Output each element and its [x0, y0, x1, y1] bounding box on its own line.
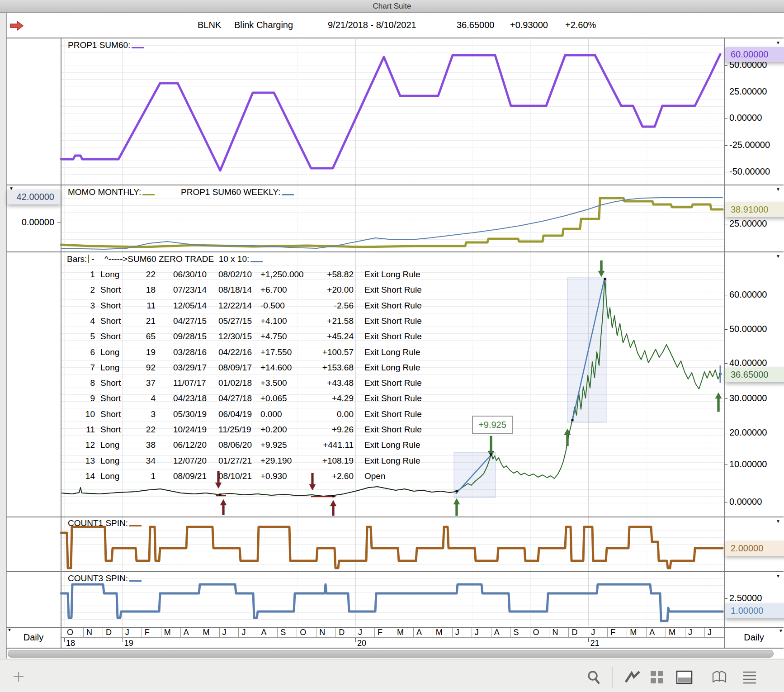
trade-row: 10Short305/30/1906/04/190.0000.00Exit Sh… — [68, 409, 543, 425]
trade-pct: +153.68 — [312, 363, 354, 373]
list-icon[interactable] — [741, 670, 758, 685]
trade-side: Short — [100, 301, 121, 311]
last-value-badge-price: 36.65000 — [725, 367, 784, 382]
add-icon[interactable] — [12, 670, 25, 683]
weekly-param-field[interactable] — [282, 194, 294, 195]
scale-dropdown-prop1[interactable]: ▼ — [776, 41, 780, 45]
trade-points: -0.500 — [260, 301, 285, 311]
axis-label: -50.00000 — [729, 166, 770, 177]
panel-layout-icon[interactable] — [675, 669, 694, 686]
horizontal-scrollbar-thumb[interactable] — [8, 650, 774, 658]
trade-side: Long — [100, 270, 119, 280]
month-cell: J — [685, 628, 705, 638]
trade-num: 6 — [68, 347, 95, 357]
trade-bars: 1 — [135, 471, 156, 481]
trade-pct: +21.58 — [312, 316, 354, 326]
axis-label: 25.00000 — [729, 218, 767, 229]
trade-points: +9.925 — [260, 440, 287, 450]
month-cell: J — [355, 628, 375, 638]
panel-prop1-plot — [61, 39, 724, 184]
trade-row: 9Short404/23/1804/27/18+0.065+4.29Exit S… — [68, 393, 543, 409]
year-label: 19 — [124, 639, 133, 648]
trade-entry: 12/07/20 — [173, 456, 207, 466]
chart-suite-app: Chart Suite BLNK Blink Charging 9/21/201… — [0, 0, 784, 692]
trade-pct: +58.82 — [312, 270, 354, 280]
trade-points: +1,250.000 — [260, 270, 304, 280]
month-cell: S — [278, 628, 297, 638]
month-cell: N — [549, 628, 569, 638]
count1-param-field[interactable] — [129, 525, 142, 526]
month-cell: J — [220, 628, 239, 638]
trade-rule: Exit Long Rule — [364, 270, 420, 280]
year-tick — [64, 638, 65, 642]
month-cell: N — [316, 628, 336, 638]
panel-momo-label: MOMO MONTHLY: — [68, 187, 155, 197]
trade-entry: 09/28/15 — [173, 332, 207, 341]
month-cell: N — [84, 628, 103, 638]
trade-entry: 08/09/21 — [173, 471, 207, 481]
scale-dropdown-momo[interactable]: ▼ — [776, 187, 780, 192]
window-title: Chart Suite — [373, 2, 411, 11]
trade-row: 8Short3711/07/1701/02/18+3.500+43.48Exit… — [68, 378, 543, 393]
scale-dropdown-count1[interactable]: ▼ — [776, 519, 780, 524]
trade-rule: Exit Short Rule — [364, 285, 422, 295]
axis-label: 2.50000 — [729, 593, 762, 603]
trade-exit: 08/06/20 — [218, 440, 252, 450]
trade-param-field[interactable] — [250, 261, 263, 262]
panel-bars-label: Bars:-^----->SUM60 ZERO TRADE 10 x 10: — [67, 254, 263, 264]
trade-bars: 18 — [135, 285, 156, 295]
chart-line-icon[interactable] — [624, 669, 642, 686]
grid-view-icon[interactable] — [649, 669, 666, 686]
scale-dropdown-momo-left[interactable]: ▼ — [9, 186, 14, 191]
scale-dropdown-count3[interactable]: ▼ — [776, 574, 780, 578]
trade-row: 1Long2206/30/1008/02/10+1,250.000+58.82E… — [68, 270, 543, 285]
gridline-vertical — [588, 39, 589, 626]
trade-pct: +100.57 — [312, 347, 354, 357]
month-cell: O — [530, 628, 550, 638]
axis-label: 60.00000 — [729, 289, 767, 300]
period-selector-left[interactable]: Daily — [6, 628, 61, 647]
month-cell: A — [414, 628, 433, 638]
trade-exit: 12/30/15 — [218, 332, 252, 341]
header-company: Blink Charging — [234, 20, 293, 33]
trade-row: 11Short2210/24/1911/25/19+0.200+9.26Exit… — [68, 425, 543, 440]
trade-row: 5Short6509/28/1512/30/15+4.750+45.24Exit… — [68, 332, 543, 347]
window-titlebar[interactable]: Chart Suite — [0, 0, 784, 13]
trade-num: 11 — [68, 425, 95, 435]
axis-label: 30.00000 — [729, 393, 767, 403]
trade-row: 3Short1112/05/1412/22/14-0.500-2.56Exit … — [68, 301, 543, 316]
trade-num: 14 — [68, 471, 95, 481]
period-dropdown-right-arrow[interactable]: ▼ — [779, 629, 783, 633]
trade-pct: +45.24 — [312, 332, 354, 341]
month-cell: F — [608, 628, 627, 638]
text-cursor — [88, 255, 89, 263]
prop1-param-field[interactable] — [132, 47, 144, 48]
trade-num: 1 — [68, 270, 95, 280]
period-selector-right[interactable]: Daily — [725, 628, 783, 647]
month-cell: M — [394, 628, 414, 638]
book-icon[interactable] — [711, 669, 729, 686]
trade-side: Short — [100, 393, 121, 403]
trade-points: +0.065 — [260, 393, 287, 403]
last-value-badge-count3: 1.00000 — [725, 603, 784, 618]
bottom-toolbar — [0, 659, 784, 692]
trade-row: 12Long3806/12/2008/06/20+9.925+441.11Exi… — [68, 440, 543, 455]
count3-param-field[interactable] — [129, 580, 142, 582]
period-dropdown-left-arrow[interactable]: ▼ — [7, 628, 12, 632]
month-cell: J — [472, 628, 491, 638]
trade-bars: 22 — [135, 425, 156, 435]
month-cell: O — [64, 628, 84, 638]
month-cell: M — [433, 628, 453, 638]
month-cell: M — [200, 628, 220, 638]
momo-param-field[interactable] — [142, 194, 155, 195]
jump-arrow-icon[interactable] — [10, 20, 24, 32]
panel-weekly-label: PROP1 SUM60 WEEKLY: — [181, 187, 294, 197]
trade-rule: Exit Short Rule — [364, 316, 422, 326]
year-tick — [123, 638, 123, 642]
axis-tick — [57, 223, 61, 223]
axis-label: 0.00000 — [729, 497, 762, 507]
scale-dropdown-price[interactable]: ▼ — [776, 254, 780, 259]
trade-exit: 08/09/17 — [218, 363, 252, 373]
search-icon[interactable] — [586, 669, 601, 686]
trade-entry: 03/29/17 — [173, 363, 207, 373]
